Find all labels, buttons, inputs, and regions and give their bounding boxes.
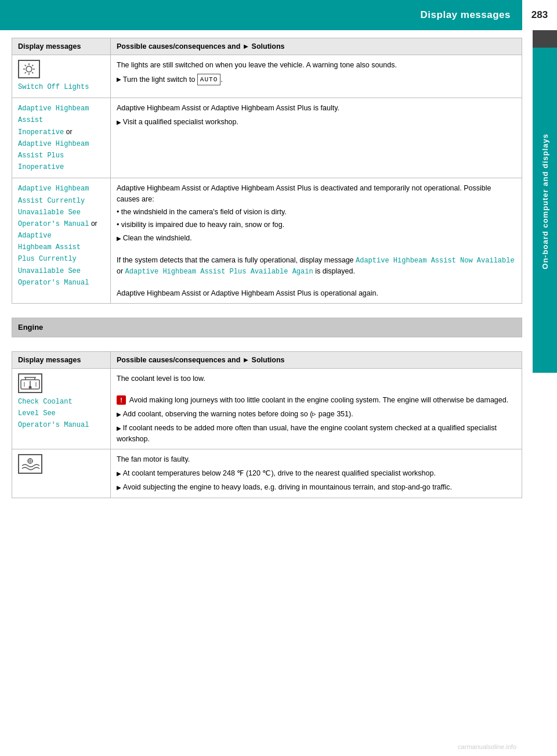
col2-header: Possible causes/consequences and ► Solut… [111,38,522,55]
adaptive-inop-cell: Adaptive HighbeamAssistInoperative or Ad… [12,98,111,178]
fan-solution: The fan motor is faulty. At coolant temp… [111,449,522,498]
coolant-icon-svg [20,375,41,391]
coolant-cause: The coolant level is too low. [117,375,205,383]
page-number: 283 [531,9,548,21]
adaptive-inop-action: Visit a qualified specialist workshop. [117,117,516,128]
fan-action2: Avoid subjecting the engine to heavy loa… [117,482,516,493]
fan-icon [18,454,42,474]
engine-section-row: Engine [12,318,522,337]
adaptive-inop-label: Adaptive HighbeamAssistInoperative [18,105,89,136]
switch-off-lights-solution: The lights are still switched on when yo… [111,55,522,98]
page-number-box: 283 [522,0,557,30]
fan-cause: The fan motor is faulty. [117,455,190,463]
light-icon [18,60,40,78]
svg-line-8 [25,72,26,73]
table-row: Check CoolantLevel SeeOperator's Manual … [12,368,522,449]
table-row: Adaptive HighbeamAssistInoperative or Ad… [12,98,522,178]
system-detects-text: If the system detects that the camera is… [117,256,356,264]
adaptive-unavail-cause: Adaptive Highbeam Assist or Adaptive Hig… [117,184,491,203]
table-row: Adaptive HighbeamAssist CurrentlyUnavail… [12,178,522,304]
bullet2: visibility is impaired due to heavy rain… [117,219,516,231]
link-joiner: or [117,267,125,275]
fan-action1: At coolant temperatures below 248 ℉ (120… [117,468,516,479]
adaptive-inop-solution: Adaptive Highbeam Assist or Adaptive Hig… [111,98,522,178]
bullet1: the windshield in the camera's field of … [117,207,516,218]
switch-off-lights-cause: The lights are still switched on when yo… [117,61,397,69]
light-icon-svg [21,63,37,75]
header-title: Display messages [421,9,511,21]
coolant-icon [18,373,42,393]
engine-col2-header: Possible causes/consequences and ► Solut… [111,351,522,368]
svg-line-6 [32,72,33,73]
svg-point-11 [29,386,32,388]
teal-link1: Adaptive Highbeam Assist Now Available [356,257,515,265]
header-bar: Display messages [0,0,557,30]
or-text2: or [91,219,97,228]
fan-icon-svg [20,456,41,472]
sidebar-label: On-board computer and displays [541,134,549,269]
switch-off-lights-action: Turn the light switch to AUTO. [117,74,516,86]
table-row: Switch Off Lights The lights are still s… [12,55,522,98]
engine-label: Engine [12,318,522,337]
fan-cell [12,449,111,498]
watermark: carmanualsoline.info [458,743,516,750]
operational-again: Adaptive Highbeam Assist or Adaptive Hig… [117,289,378,297]
teal-link2: Adaptive Highbeam Assist Plus Available … [125,268,313,276]
link-suffix: is displayed. [315,267,355,275]
right-sidebar: On-board computer and displays [533,30,557,373]
or-text1: or [66,128,73,136]
svg-line-7 [32,65,33,66]
dark-marker [533,30,557,48]
coolant-solution: The coolant level is too low. ! Avoid ma… [111,368,522,449]
coolant-action1: Add coolant, observing the warning notes… [117,409,516,420]
svg-point-0 [26,66,32,72]
engine-messages-table: Display messages Possible causes/consequ… [12,351,522,498]
table-row: The fan motor is faulty. At coolant temp… [12,449,522,498]
coolant-action2: If coolant needs to be added more often … [117,423,516,445]
adaptive-unavail-cell: Adaptive HighbeamAssist CurrentlyUnavail… [12,178,111,304]
warning-icon: ! [117,395,126,405]
col1-header: Display messages [12,38,111,55]
engine-section-table: Engine [12,318,522,337]
coolant-cell: Check CoolantLevel SeeOperator's Manual [12,368,111,449]
adaptive-unavail-label: Adaptive HighbeamAssist CurrentlyUnavail… [18,185,89,228]
auto-badge: AUTO [197,74,220,86]
clean-windshield: Clean the windshield. [117,233,516,244]
switch-off-lights-label: Switch Off Lights [18,83,89,91]
main-content: Display messages Possible causes/consequ… [12,38,522,530]
adaptive-inop-cause: Adaptive Highbeam Assist or Adaptive Hig… [117,104,339,112]
adaptive-plus-inop-label: Adaptive HighbeamAssist PlusInoperative [18,140,89,171]
adaptive-unavail-solution: Adaptive Highbeam Assist or Adaptive Hig… [111,178,522,304]
coolant-warning: ! Avoid making long journeys with too li… [117,396,508,404]
coolant-label: Check CoolantLevel SeeOperator's Manual [18,398,89,429]
adaptive-plus-unavail-label: AdaptiveHighbeam AssistPlus CurrentlyUna… [18,232,89,287]
display-msg-cell: Switch Off Lights [12,55,111,98]
svg-line-5 [25,65,26,66]
engine-col1-header: Display messages [12,351,111,368]
display-messages-table: Display messages Possible causes/consequ… [12,38,522,304]
